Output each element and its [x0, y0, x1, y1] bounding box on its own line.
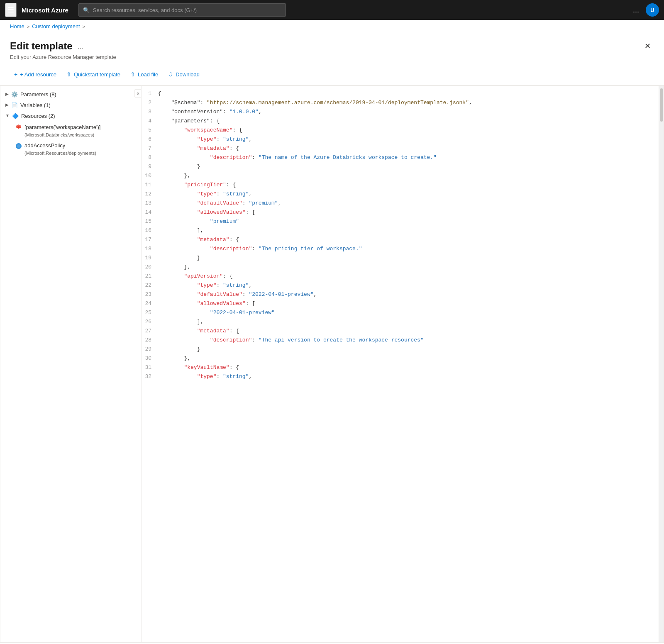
table-row: 19 }	[142, 254, 659, 263]
line-content: {	[158, 90, 659, 98]
line-content: "workspaceName": {	[158, 126, 659, 134]
table-row: 30 },	[142, 354, 659, 363]
bottom-bar: Save Discard	[0, 642, 664, 644]
line-content: "apiVersion": {	[158, 272, 659, 281]
line-number: 24	[142, 300, 158, 308]
line-number: 1	[142, 90, 158, 98]
line-content: }	[158, 345, 659, 354]
add-icon: +	[14, 71, 17, 78]
line-number: 17	[142, 236, 158, 244]
table-row: 21 "apiVersion": {	[142, 272, 659, 281]
table-row: 24 "allowedValues": [	[142, 299, 659, 308]
line-content: ],	[158, 318, 659, 326]
line-number: 25	[142, 309, 158, 317]
add-resource-button[interactable]: + + Add resource	[10, 68, 61, 80]
quickstart-template-button[interactable]: ⇧ Quickstart template	[62, 68, 124, 80]
table-row: 25 "2022-04-01-preview"	[142, 308, 659, 317]
table-row: 1{	[142, 89, 659, 98]
line-number: 5	[142, 126, 158, 134]
line-content: "type": "string",	[158, 190, 659, 198]
table-row: 20 },	[142, 263, 659, 272]
upload-icon: ⇧	[66, 71, 71, 78]
page-subtitle: Edit your Azure Resource Manager templat…	[10, 54, 654, 65]
table-row: 13 "defaultValue": "premium",	[142, 199, 659, 208]
line-content: "type": "string",	[158, 281, 659, 290]
breadcrumb: Home > Custom deployment >	[0, 20, 664, 33]
header-more-button[interactable]: ...	[78, 42, 84, 51]
close-button[interactable]: ✕	[641, 40, 654, 52]
table-row: 12 "type": "string",	[142, 190, 659, 199]
toolbar: + + Add resource ⇧ Quickstart template ⇧…	[0, 65, 664, 85]
line-number: 22	[142, 281, 158, 290]
line-number: 4	[142, 117, 158, 125]
line-number: 31	[142, 363, 158, 372]
hamburger-button[interactable]: ☰	[5, 3, 17, 17]
line-number: 28	[142, 336, 158, 344]
sidebar-item-resource1[interactable]: [parameters('workspaceName')] (Microsoft…	[0, 122, 141, 140]
line-content: "2022-04-01-preview"	[158, 309, 659, 317]
line-number: 2	[142, 99, 158, 107]
chevron-right-icon: ▶	[5, 92, 9, 96]
sidebar-item-resources[interactable]: ▼ 🔷 Resources (2)	[0, 111, 141, 122]
line-number: 11	[142, 181, 158, 189]
line-number: 27	[142, 327, 158, 335]
sidebar: « ▶ ⚙️ Parameters (8) ▶ 📄 Variables (1) …	[0, 86, 142, 642]
line-number: 15	[142, 217, 158, 226]
search-box: 🔍	[78, 3, 286, 17]
sidebar-item-resource2[interactable]: addAccessPolicy (Microsoft.Resources/dep…	[0, 140, 141, 159]
line-number: 20	[142, 263, 158, 271]
line-content: "metadata": {	[158, 144, 659, 153]
download-button[interactable]: ⇩ Download	[164, 68, 204, 80]
line-number: 14	[142, 208, 158, 217]
download-icon: ⇩	[168, 71, 173, 78]
load-file-label: Load file	[138, 71, 158, 78]
table-row: 5 "workspaceName": {	[142, 126, 659, 135]
load-file-button[interactable]: ⇧ Load file	[126, 68, 162, 80]
line-content: "allowedValues": [	[158, 208, 659, 217]
table-row: 10 },	[142, 171, 659, 181]
line-number: 7	[142, 144, 158, 153]
line-content: "defaultValue": "2022-04-01-preview",	[158, 290, 659, 299]
line-content: "description": "The name of the Azure Da…	[158, 154, 659, 162]
line-number: 3	[142, 108, 158, 116]
quickstart-label: Quickstart template	[74, 71, 120, 78]
main-content: « ▶ ⚙️ Parameters (8) ▶ 📄 Variables (1) …	[0, 85, 664, 642]
line-content: }	[158, 254, 659, 262]
line-number: 23	[142, 290, 158, 299]
table-row: 29 }	[142, 345, 659, 354]
search-input[interactable]	[93, 7, 281, 13]
table-row: 16 ],	[142, 226, 659, 235]
line-content: "defaultValue": "premium",	[158, 199, 659, 207]
sidebar-collapse-button[interactable]: «	[134, 89, 142, 98]
topbar-more-button[interactable]: ...	[631, 4, 641, 16]
scrollbar-thumb[interactable]	[660, 88, 663, 122]
line-content: "type": "string",	[158, 373, 659, 381]
resource1-label: [parameters('workspaceName')] (Microsoft…	[24, 124, 136, 139]
parameters-label: Parameters (8)	[20, 91, 136, 98]
editor-scrollbar[interactable]	[659, 86, 664, 642]
sidebar-item-parameters[interactable]: ▶ ⚙️ Parameters (8)	[0, 89, 141, 100]
avatar[interactable]: U	[646, 3, 659, 17]
page-title: Edit template	[10, 40, 73, 52]
line-number: 9	[142, 163, 158, 171]
line-content: }	[158, 163, 659, 171]
breadcrumb-sep1: >	[27, 24, 29, 29]
line-content: },	[158, 354, 659, 363]
sidebar-item-variables[interactable]: ▶ 📄 Variables (1)	[0, 100, 141, 111]
add-resource-label: + Add resource	[20, 71, 56, 78]
code-editor[interactable]: 1{2 "$schema": "https://schema.managemen…	[142, 86, 659, 642]
line-content: "metadata": {	[158, 236, 659, 244]
breadcrumb-home[interactable]: Home	[10, 23, 24, 29]
download-label: Download	[176, 71, 200, 78]
line-content: "parameters": {	[158, 117, 659, 125]
editor-lines: 1{2 "$schema": "https://schema.managemen…	[142, 86, 659, 385]
chevron-right-icon: ▶	[5, 102, 9, 107]
breadcrumb-custom-deployment[interactable]: Custom deployment	[32, 23, 80, 29]
line-number: 8	[142, 154, 158, 162]
table-row: 27 "metadata": {	[142, 327, 659, 336]
table-row: 9 }	[142, 162, 659, 171]
brand-name: Microsoft Azure	[22, 7, 68, 14]
line-number: 18	[142, 245, 158, 253]
load-icon: ⇧	[130, 71, 135, 78]
deployment-icon	[15, 142, 22, 149]
